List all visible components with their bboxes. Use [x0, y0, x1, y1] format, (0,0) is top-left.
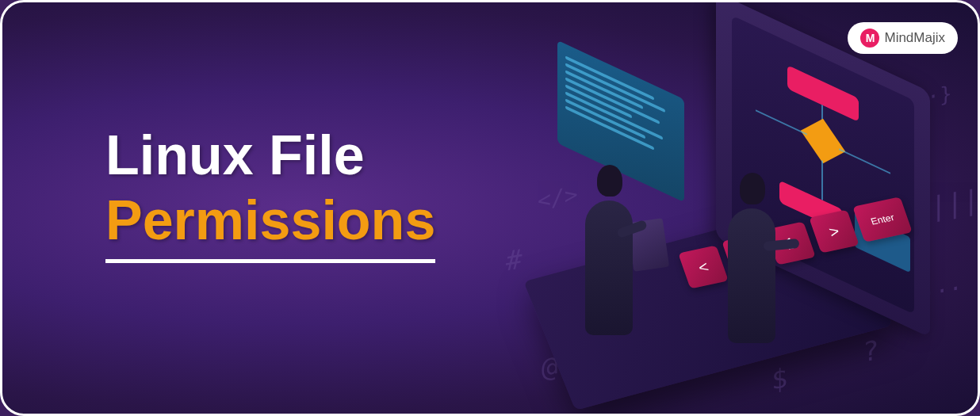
brand-logo-icon: M: [860, 29, 879, 48]
title-line-1: Linux File: [105, 125, 435, 186]
brand-logo-badge: M MindMajix: [848, 22, 958, 54]
person-right: [716, 165, 787, 387]
hero-banner: M MindMajix Linux File Permissions # </>…: [0, 0, 980, 416]
flowchart-decision: [801, 119, 846, 164]
question-icon: ?: [863, 334, 879, 368]
brand-logo-text: MindMajix: [884, 30, 945, 46]
person-left: [573, 157, 645, 379]
title-block: Linux File Permissions: [105, 125, 435, 263]
illustration: # </> << ✱ @ $ ? {··} |||| ...: [415, 18, 954, 414]
code-tag-icon: </>: [538, 181, 578, 215]
title-line-2: Permissions: [105, 186, 435, 263]
flowchart-node-top: [787, 65, 859, 122]
hash-icon: #: [506, 242, 522, 277]
